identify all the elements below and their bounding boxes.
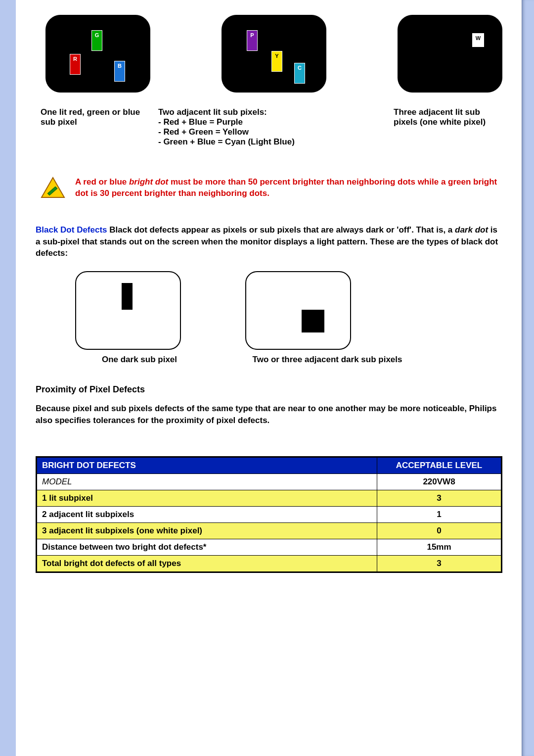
dark-subpixel-icon bbox=[122, 283, 133, 310]
figure-multi-dark-subpixel bbox=[245, 271, 351, 350]
cyan-subpixel-icon: C bbox=[294, 63, 305, 84]
black-dot-body1: Black dot defects appear as pixels or su… bbox=[107, 225, 455, 235]
table-cell-value: 15mm bbox=[377, 539, 502, 555]
table-cell-label: Total bright dot defects of all types bbox=[37, 555, 377, 572]
table-cell-label: 2 adjacent lit subpixels bbox=[37, 506, 377, 522]
table-row: MODEL220VW8 bbox=[37, 473, 502, 490]
figure-one-dark-subpixel bbox=[75, 271, 181, 350]
table-cell-value: 0 bbox=[377, 522, 502, 539]
table-cell-value: 220VW8 bbox=[377, 473, 502, 490]
table-header-right: ACCEPTABLE LEVEL bbox=[377, 457, 502, 473]
purple-subpixel-icon: P bbox=[247, 30, 258, 51]
table-row: 3 adjacent lit subpixels (one white pixe… bbox=[37, 522, 502, 539]
proximity-paragraph: Because pixel and sub pixels defects of … bbox=[36, 403, 502, 426]
black-dot-lead: Black Dot Defects bbox=[36, 225, 107, 235]
green-subpixel-icon: G bbox=[91, 30, 102, 51]
caption-one-dark: One dark sub pixel bbox=[75, 355, 204, 365]
svg-marker-0 bbox=[42, 178, 64, 197]
proximity-heading: Proximity of Pixel Defects bbox=[36, 384, 502, 395]
black-dot-italic: dark dot bbox=[455, 225, 488, 235]
white-pixel-icon: W bbox=[472, 33, 484, 47]
bright-dot-note-text: A red or blue bright dot must be more th… bbox=[75, 177, 502, 199]
figure-two-subpixels: P Y C bbox=[222, 15, 326, 93]
yellow-subpixel-icon: Y bbox=[271, 51, 282, 72]
table-row: 1 lit subpixel3 bbox=[37, 490, 502, 506]
blue-subpixel-icon: B bbox=[114, 61, 125, 82]
table-row: Total bright dot defects of all types3 bbox=[37, 555, 502, 572]
table-header-row: BRIGHT DOT DEFECTS ACCEPTABLE LEVEL bbox=[37, 457, 502, 473]
caption-two-line2: - Red + Green = Yellow bbox=[158, 127, 390, 137]
caption-one-subpixel: One lit red, green or blue sub pixel bbox=[41, 107, 154, 147]
red-subpixel-icon: R bbox=[70, 54, 81, 75]
black-dot-paragraph: Black Dot Defects Black dot defects appe… bbox=[36, 224, 502, 259]
table-cell-label: Distance between two bright dot defects* bbox=[37, 539, 377, 555]
dark-dot-figures bbox=[75, 271, 502, 350]
caption-two-line1: - Red + Blue = Purple bbox=[158, 117, 390, 127]
note-part1: A red or blue bbox=[75, 177, 129, 187]
figure-one-subpixel: R G B bbox=[45, 15, 150, 93]
dark-subpixel-group-icon bbox=[302, 310, 324, 332]
table-row: 2 adjacent lit subpixels1 bbox=[37, 506, 502, 522]
note-italic: bright dot bbox=[129, 177, 168, 187]
table-header-left: BRIGHT DOT DEFECTS bbox=[37, 457, 377, 473]
table-cell-value: 3 bbox=[377, 490, 502, 506]
document-page: R G B P Y C W One lit red, green or blue… bbox=[16, 0, 522, 756]
table-cell-label: 3 adjacent lit subpixels (one white pixe… bbox=[37, 522, 377, 539]
table-row: Distance between two bright dot defects*… bbox=[37, 539, 502, 555]
dark-dot-captions: One dark sub pixel Two or three adjacent… bbox=[75, 355, 502, 365]
caption-two-title: Two adjacent lit sub pixels: bbox=[158, 107, 390, 117]
table-cell-value: 1 bbox=[377, 506, 502, 522]
bright-dot-figures: R G B P Y C W bbox=[45, 15, 502, 93]
bright-dot-defects-table: BRIGHT DOT DEFECTS ACCEPTABLE LEVEL MODE… bbox=[36, 456, 502, 573]
bright-dot-note: A red or blue bright dot must be more th… bbox=[41, 177, 502, 199]
caption-three-subpixels: Three adjacent lit sub pixels (one white… bbox=[394, 107, 502, 147]
scrollbar-rail[interactable] bbox=[522, 0, 534, 756]
table-cell-value: 3 bbox=[377, 555, 502, 572]
warning-icon bbox=[41, 177, 65, 198]
bright-dot-captions: One lit red, green or blue sub pixel Two… bbox=[41, 107, 502, 147]
figure-three-subpixels: W bbox=[398, 15, 502, 93]
caption-two-subpixels: Two adjacent lit sub pixels: - Red + Blu… bbox=[158, 107, 390, 147]
table-cell-label: 1 lit subpixel bbox=[37, 490, 377, 506]
table-cell-label: MODEL bbox=[37, 473, 377, 490]
caption-two-line3: - Green + Blue = Cyan (Light Blue) bbox=[158, 137, 390, 147]
caption-multi-dark: Two or three adjacent dark sub pixels bbox=[233, 355, 421, 365]
